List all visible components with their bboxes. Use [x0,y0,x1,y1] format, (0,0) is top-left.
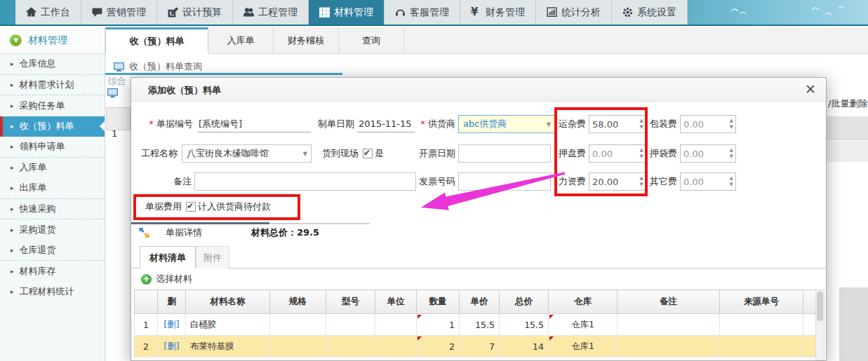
cell-qty[interactable]: 2 [417,336,460,357]
cell-unit[interactable] [375,336,417,357]
nav-tab-label: 工程管理 [258,6,298,19]
onsite-label: 货到现场 [315,144,359,163]
spinner-arrows-icon[interactable] [730,175,733,188]
nav-tab-engineering[interactable]: 工程管理 [233,0,309,25]
close-icon[interactable] [805,81,816,97]
bg-batch-delete-link[interactable]: /批量删除 [828,97,867,110]
spinner-arrows-icon[interactable] [730,118,733,130]
cell-qty[interactable]: 1 [417,314,460,336]
cell-unit[interactable] [375,314,417,336]
col-remark: 备注 [617,290,720,314]
select-material-button[interactable]: 选择材料 [141,273,192,285]
cell-price[interactable]: 7 [460,336,500,357]
tab-finance-audit[interactable]: 财务稽核 [274,27,339,53]
create-date-input[interactable] [357,116,415,132]
sidebar-item-warehouse-info[interactable]: ▸仓库信息 [0,54,105,75]
nav-tab-finance[interactable]: ¥ 财务管理 [460,0,536,25]
select-material-label: 选择材料 [156,273,192,285]
cell-remark[interactable] [617,314,720,336]
remark-label: 备注 [152,172,192,191]
tab-query[interactable]: 查询 [339,27,404,53]
cell-spec[interactable] [270,336,326,357]
bag-fee-stepper[interactable] [680,144,736,163]
packing-fee-stepper[interactable] [680,115,736,133]
nav-tab-materials[interactable]: 材料管理 [309,0,385,25]
supplier-select[interactable]: abc供货商 [458,115,555,133]
spinner-arrows-icon[interactable] [730,147,733,160]
cell-remark[interactable] [617,336,720,357]
tab-material-list[interactable]: 材料清单 [140,246,196,268]
sidebar-item-project-material-stats[interactable]: ▸工程材料统计 [0,282,105,303]
delete-row-link[interactable]: [删] [163,319,179,329]
doc-fee-checkbox[interactable] [186,202,196,212]
pallet-fee-label: 押盘费 [554,144,586,163]
onsite-checkbox[interactable] [363,149,373,158]
caret-right-icon: ▸ [11,268,14,275]
doc-no-input[interactable] [197,116,311,132]
nav-tab-statistics[interactable]: 统计分析 [536,0,612,25]
invoice-no-input[interactable] [458,172,551,191]
expand-arrows-icon[interactable] [138,227,150,238]
remark-input[interactable] [194,172,416,191]
breadcrumb-underline [105,73,342,75]
supplier-label: 供货商 [410,115,455,133]
bg-panel-fragment [839,287,868,361]
sidebar-item-material-request[interactable]: ▸领料申请单 [0,137,105,158]
other-fee-stepper[interactable] [680,172,736,191]
cell-warehouse[interactable]: 仓库1 [549,336,617,357]
freight-fee-stepper[interactable] [589,115,646,133]
tab-receive-order[interactable]: 收（预）料单 [105,27,208,54]
plus-circle-icon [141,274,152,285]
labor-fee-stepper[interactable] [589,172,646,191]
nav-tab-settings[interactable]: 系统设置 [612,0,688,25]
sidebar-item-outbound-order[interactable]: ▸出库单 [0,178,105,199]
packing-fee-input[interactable] [681,116,723,132]
caret-right-icon: ▸ [11,205,14,212]
home-icon [26,7,36,18]
nav-tab-customer-service[interactable]: 客服管理 [385,0,460,25]
sidebar-item-inbound-order[interactable]: ▸入库单 [0,158,105,179]
bag-fee-input[interactable] [681,145,723,162]
spinner-arrows-icon[interactable] [640,175,643,188]
spinner-arrows-icon[interactable] [640,147,643,160]
nav-tab-marketing[interactable]: 营销管理 [81,0,157,25]
sidebar-item-receive-order[interactable]: ▸收（预）料单 [0,116,105,137]
nav-tab-workbench[interactable]: 工作台 [15,0,81,25]
labor-fee-label: 力资费 [554,172,586,191]
invoice-date-input[interactable] [458,144,551,163]
sidebar-item-material-demand-plan[interactable]: ▸材料需求计划 [0,75,105,96]
pallet-fee-input[interactable] [589,145,633,162]
labor-fee-input[interactable] [589,173,633,190]
chevron-down-icon[interactable] [10,34,22,46]
sidebar-item-quick-purchase[interactable]: ▸快速采购 [0,199,105,220]
nav-tab-design-budget[interactable]: 设计预算 [157,0,233,25]
cell-model[interactable] [326,336,375,357]
cell-warehouse[interactable]: 仓库1 [549,314,617,336]
cell-model[interactable] [326,314,375,336]
sidebar-item-purchase-return[interactable]: ▸采购退货 [0,219,105,240]
tab-attachments[interactable]: 附件 [196,246,229,268]
scrollbar-thumb[interactable] [817,292,823,321]
cell-price[interactable]: 15.5 [460,314,500,336]
monitor-icon [114,62,124,71]
spinner-arrows-icon[interactable] [640,118,643,130]
tab-inbound-order[interactable]: 入库单 [208,27,274,53]
sidebar-item-warehouse-return[interactable]: ▸仓库退货 [0,240,105,261]
pallet-fee-stepper[interactable] [589,144,646,163]
table-scrollbar[interactable] [815,290,824,360]
sidebar-item-material-stock[interactable]: ▸材料库存 [0,261,105,282]
cell-material-name[interactable]: 布莱特基膜 [186,336,270,357]
other-fee-input[interactable] [681,173,723,190]
cell-material-name[interactable]: 白桶胶 [186,314,270,336]
chat-icon [92,7,102,18]
delete-row-link[interactable]: [删] [163,341,179,351]
sidebar-item-purchase-task[interactable]: ▸采购任务单 [0,95,105,116]
col-delete: 删 [158,290,186,314]
cell-spec[interactable] [270,314,326,336]
edit-icon [168,7,178,18]
project-select[interactable]: 八宝街良木缘咖啡馆 [182,144,312,163]
freight-fee-input[interactable] [589,116,633,132]
caret-right-icon: ▸ [11,226,14,233]
nav-tab-label: 系统设置 [637,6,676,19]
section-divider [269,223,370,224]
